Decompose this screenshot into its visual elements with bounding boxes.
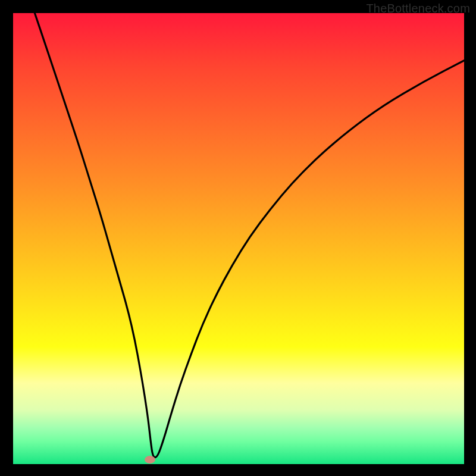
- bottleneck-curve: [13, 13, 464, 464]
- chart-plot-area: [13, 13, 464, 464]
- watermark-text: TheBottleneck.com: [366, 2, 470, 15]
